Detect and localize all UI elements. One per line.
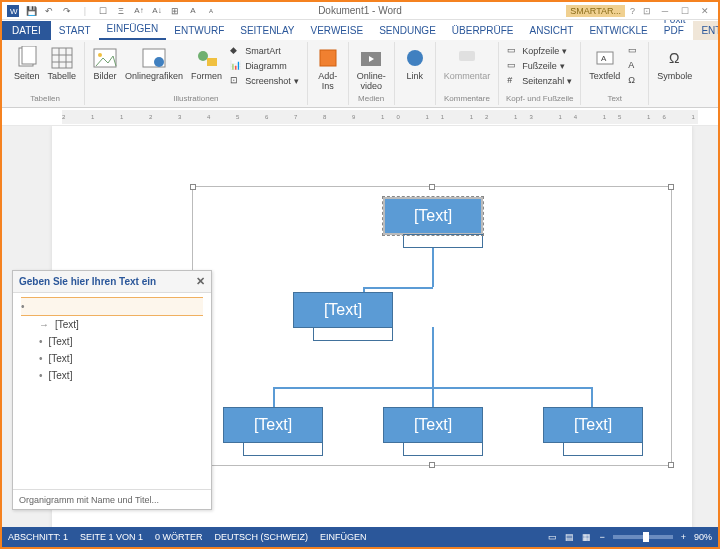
tab-einfuegen[interactable]: EINFÜGEN [99,19,167,40]
status-einfuegen[interactable]: EINFÜGEN [320,532,367,542]
text-opt2[interactable]: A [626,59,642,73]
kopfzeile-button[interactable]: ▭Kopfzeile ▾ [505,44,574,58]
org-node-subtitle[interactable] [403,234,483,248]
text-pane-item[interactable]: •[Text] [21,367,203,384]
org-connector [432,327,434,387]
org-node-subtitle[interactable] [563,442,643,456]
text-pane-item[interactable]: •[Text] [21,350,203,367]
tab-ansicht[interactable]: ANSICHT [522,21,582,40]
text-pane-item[interactable]: • [21,297,203,316]
seiten-button[interactable]: Seiten [12,44,42,84]
smartart-frame[interactable]: [Text] [Text] [Text] [Text] [Text] [192,186,672,466]
org-node-box[interactable]: [Text] [383,197,483,235]
close-icon[interactable]: ✕ [196,275,205,288]
qat-divider: | [78,4,92,18]
symbole-button[interactable]: Ω Symbole [655,44,694,84]
qat-button[interactable]: A [186,4,200,18]
textfeld-button[interactable]: A Textfeld [587,44,622,84]
status-woerter[interactable]: 0 WÖRTER [155,532,202,542]
font-increase-icon[interactable]: A↑ [132,4,146,18]
zoom-out-icon[interactable]: − [599,532,604,542]
text-pane-body[interactable]: • →[Text] •[Text] •[Text] •[Text] [13,293,211,388]
svg-point-12 [154,57,164,67]
svg-point-13 [198,51,208,61]
redo-icon[interactable]: ↷ [60,4,74,18]
view-read-icon[interactable]: ▭ [548,532,557,542]
org-node-subtitle[interactable] [313,327,393,341]
tab-entwickler[interactable]: ENTWICKLE [581,21,655,40]
tab-entwurf[interactable]: ENTWURF [166,21,232,40]
view-print-icon[interactable]: ▤ [565,532,574,542]
addins-button[interactable]: Add- Ins [314,44,342,94]
bullet-icon: • [39,353,43,364]
onlinegrafiken-button[interactable]: Onlinegrafiken [123,44,185,84]
tab-seitenlayout[interactable]: SEITENLAY [232,21,302,40]
resize-handle-nw[interactable] [190,184,196,190]
view-web-icon[interactable]: ▦ [582,532,591,542]
onlinevideo-button[interactable]: Online- video [355,44,388,94]
org-node-assistant[interactable]: [Text] [293,292,393,341]
bilder-button[interactable]: Bilder [91,44,119,84]
help-icon[interactable]: ? [627,6,638,16]
org-node-root[interactable]: [Text] [383,197,483,248]
zoom-level[interactable]: 90% [694,532,712,542]
font-decrease-icon[interactable]: A↓ [150,4,164,18]
resize-handle-n[interactable] [429,184,435,190]
screenshot-button[interactable]: ⊡Screenshot ▾ [228,74,301,88]
group-label-illustrationen: Illustrationen [173,94,218,103]
footer-icon: ▭ [507,60,519,72]
tab-sendungen[interactable]: SENDUNGE [371,21,444,40]
minimize-icon[interactable]: ─ [656,4,674,18]
qat-button[interactable]: ⊞ [168,4,182,18]
status-seite[interactable]: SEITE 1 VON 1 [80,532,143,542]
smartart-text-pane[interactable]: Geben Sie hier Ihren Text ein ✕ • →[Text… [12,270,212,510]
group-label-kommentare: Kommentare [444,94,490,103]
smartart-button[interactable]: ◆SmartArt [228,44,301,58]
org-node-child-2[interactable]: [Text] [383,407,483,456]
ribbon-group-links: Link [395,42,436,105]
group-label-text: Text [607,94,622,103]
text-opt3[interactable]: Ω [626,74,642,88]
text-opt1[interactable]: ▭ [626,44,642,58]
text-pane-footer: Organigramm mit Name und Titel... [13,489,211,509]
tab-ueberpruefen[interactable]: ÜBERPRÜFE [444,21,522,40]
maximize-icon[interactable]: ☐ [676,4,694,18]
bullet-icon: • [39,336,43,347]
horizontal-ruler[interactable]: 2 1 1 2 3 4 5 6 7 8 9 10 11 12 13 14 15 … [62,110,698,124]
org-node-subtitle[interactable] [243,442,323,456]
kommentar-button[interactable]: Kommentar [442,44,493,84]
link-button[interactable]: Link [401,44,429,84]
formen-button[interactable]: Formen [189,44,224,84]
resize-handle-ne[interactable] [668,184,674,190]
diagramm-button[interactable]: 📊Diagramm [228,59,301,73]
org-node-child-1[interactable]: [Text] [223,407,323,456]
font-small-icon[interactable]: A [204,4,218,18]
qat-button[interactable]: ☐ [96,4,110,18]
tabelle-button[interactable]: Tabelle [46,44,79,84]
org-node-child-3[interactable]: [Text] [543,407,643,456]
svg-point-18 [407,50,423,66]
zoom-thumb[interactable] [643,532,649,542]
text-pane-item[interactable]: →[Text] [21,316,203,333]
zoom-in-icon[interactable]: + [681,532,686,542]
status-abschnitt[interactable]: ABSCHNITT: 1 [8,532,68,542]
org-node-subtitle[interactable] [403,442,483,456]
qat-button[interactable]: Ξ [114,4,128,18]
resize-handle-se[interactable] [668,462,674,468]
save-icon[interactable]: 💾 [24,4,38,18]
zoom-slider[interactable] [613,535,673,539]
close-icon[interactable]: ✕ [696,4,714,18]
ribbon-options-icon[interactable]: ⊡ [640,6,654,16]
header-icon: ▭ [507,45,519,57]
undo-icon[interactable]: ↶ [42,4,56,18]
status-sprache[interactable]: DEUTSCH (SCHWEIZ) [214,532,308,542]
fusszeile-button[interactable]: ▭Fußzeile ▾ [505,59,574,73]
resize-handle-s[interactable] [429,462,435,468]
tab-start[interactable]: START [51,21,99,40]
video-icon [359,46,383,70]
text-pane-item[interactable]: •[Text] [21,333,203,350]
tab-verweise[interactable]: VERWEISE [303,21,372,40]
tab-file[interactable]: DATEI [2,21,51,40]
seitenzahl-button[interactable]: #Seitenzahl ▾ [505,74,574,88]
tab-smartart-entwurf[interactable]: ENTWURF [693,21,720,40]
